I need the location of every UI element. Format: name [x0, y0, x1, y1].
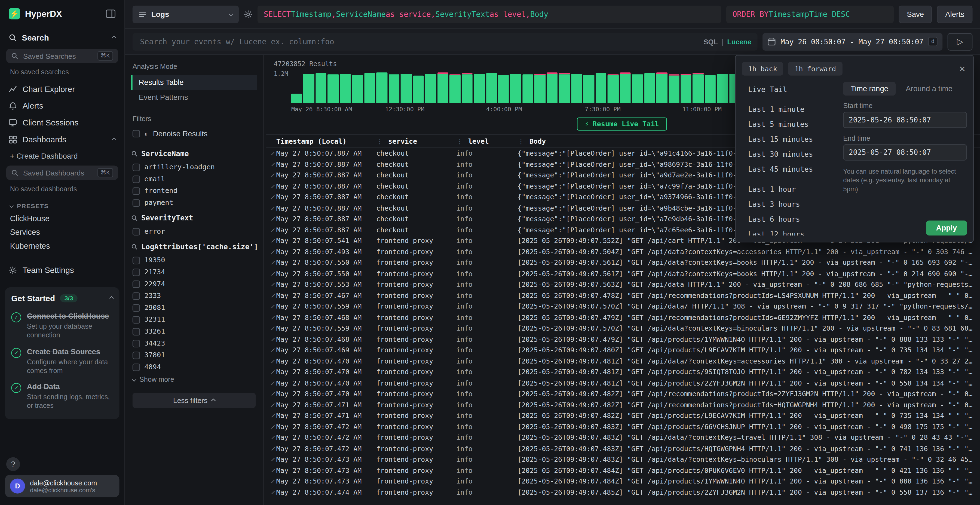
- table-row[interactable]: May 27 8:50:07.550 AM frontend-proxy inf…: [266, 268, 980, 279]
- table-row[interactable]: May 27 8:50:07.471 AM frontend-proxy inf…: [266, 399, 980, 410]
- alerts-button[interactable]: Alerts: [937, 5, 972, 23]
- table-row[interactable]: May 27 8:50:07.468 AM frontend-proxy inf…: [266, 312, 980, 323]
- get-started-item[interactable]: ✓ Create Data Sources Configure where yo…: [11, 343, 113, 379]
- row-expand-icon[interactable]: [266, 458, 276, 461]
- row-expand-icon[interactable]: [266, 480, 276, 483]
- facet-checkbox[interactable]: [132, 228, 140, 235]
- facet-value-row[interactable]: 29081: [131, 302, 257, 314]
- row-expand-icon[interactable]: [266, 491, 276, 494]
- time-range-option[interactable]: Live Tail: [742, 82, 834, 97]
- facet-checkbox[interactable]: [132, 351, 140, 359]
- row-expand-icon[interactable]: [266, 327, 276, 330]
- facet-value-row[interactable]: 19350: [131, 254, 257, 266]
- row-expand-icon[interactable]: [266, 152, 276, 155]
- row-expand-icon[interactable]: [266, 349, 276, 352]
- row-expand-icon[interactable]: [266, 240, 276, 243]
- table-row[interactable]: May 27 8:50:07.472 AM frontend-proxy inf…: [266, 421, 980, 432]
- analysis-mode-option[interactable]: Event Patterns: [131, 90, 257, 105]
- presets-toggle[interactable]: PRESETS: [0, 197, 124, 212]
- language-toggle-sql[interactable]: SQL: [704, 38, 718, 45]
- less-filters-button[interactable]: Less filters: [132, 393, 256, 408]
- shift-back-button[interactable]: 1h back: [742, 62, 783, 76]
- table-row[interactable]: May 27 8:50:07.470 AM frontend-proxy inf…: [266, 378, 980, 389]
- row-expand-icon[interactable]: [266, 283, 276, 286]
- sidebar-collapse-icon[interactable]: [106, 9, 116, 18]
- table-row[interactable]: May 27 8:50:07.469 AM frontend-proxy inf…: [266, 345, 980, 356]
- save-button[interactable]: Save: [899, 5, 932, 23]
- table-row[interactable]: May 27 8:50:07.472 AM frontend-proxy inf…: [266, 432, 980, 443]
- table-row[interactable]: May 27 8:50:07.473 AM frontend-proxy inf…: [266, 476, 980, 487]
- row-expand-icon[interactable]: [266, 360, 276, 363]
- nav-search[interactable]: Search: [0, 27, 124, 48]
- event-search[interactable]: SQL | Lucene: [132, 33, 757, 50]
- row-expand-icon[interactable]: [266, 206, 276, 210]
- row-expand-icon[interactable]: [266, 163, 276, 166]
- row-expand-icon[interactable]: [266, 316, 276, 319]
- row-expand-icon[interactable]: [266, 261, 276, 264]
- row-expand-icon[interactable]: [266, 469, 276, 472]
- saved-searches-input[interactable]: [22, 51, 94, 60]
- table-row[interactable]: May 27 8:50:07.559 AM frontend-proxy inf…: [266, 323, 980, 334]
- show-more-button[interactable]: Show more: [131, 373, 257, 386]
- table-row[interactable]: May 27 8:50:07.470 AM frontend-proxy inf…: [266, 367, 980, 378]
- row-expand-icon[interactable]: [266, 371, 276, 373]
- analysis-mode-option[interactable]: Results Table: [131, 75, 257, 90]
- row-expand-icon[interactable]: [266, 272, 276, 275]
- time-range-option[interactable]: Last 30 minutes: [742, 147, 834, 162]
- sidebar-preset-link[interactable]: Kubernetes: [0, 239, 124, 253]
- start-time-input[interactable]: [843, 112, 967, 128]
- row-expand-icon[interactable]: [266, 305, 276, 308]
- row-expand-icon[interactable]: [266, 185, 276, 188]
- row-expand-icon[interactable]: [266, 174, 276, 177]
- row-expand-icon[interactable]: [266, 338, 276, 341]
- facet-checkbox[interactable]: [132, 292, 140, 300]
- row-expand-icon[interactable]: [266, 195, 276, 199]
- facet-checkbox[interactable]: [132, 175, 140, 183]
- time-range-option[interactable]: Last 6 hours: [742, 212, 834, 227]
- row-expand-icon[interactable]: [266, 403, 276, 407]
- row-expand-icon[interactable]: [266, 294, 276, 297]
- facet-value-row[interactable]: 2333: [131, 290, 257, 302]
- facet-checkbox[interactable]: [132, 256, 140, 264]
- facet-value-row[interactable]: payment: [131, 197, 257, 209]
- time-range-option[interactable]: Last 45 minutes: [742, 162, 834, 177]
- facet-checkbox[interactable]: [132, 268, 140, 276]
- facet-value-row[interactable]: 33261: [131, 326, 257, 337]
- row-expand-icon[interactable]: [266, 425, 276, 428]
- facet-checkbox[interactable]: [132, 187, 140, 195]
- tab-time-range[interactable]: Time range: [843, 82, 896, 96]
- sidebar-item-dashboards[interactable]: Dashboards: [0, 131, 124, 148]
- row-expand-icon[interactable]: [266, 414, 276, 418]
- table-row[interactable]: May 27 8:50:07.559 AM frontend-proxy inf…: [266, 301, 980, 312]
- sidebar-item-chart-explorer[interactable]: Chart Explorer: [0, 81, 124, 97]
- time-range-input[interactable]: May 26 08:50:07 - May 27 08:50:07 d: [762, 33, 942, 50]
- row-expand-icon[interactable]: [266, 218, 276, 221]
- time-range-option[interactable]: Last 15 minutes: [742, 132, 834, 147]
- row-expand-icon[interactable]: [266, 447, 276, 450]
- time-range-option[interactable]: Last 1 hour: [742, 182, 834, 197]
- table-row[interactable]: May 27 8:50:07.473 AM frontend-proxy inf…: [266, 454, 980, 465]
- table-row[interactable]: May 27 8:50:07.473 AM frontend-proxy inf…: [266, 465, 980, 476]
- order-by-editor[interactable]: ORDER BY TimestampTime DESC: [726, 5, 894, 23]
- facet-value-row[interactable]: frontend: [131, 185, 257, 197]
- facet-value-row[interactable]: error: [131, 226, 257, 238]
- close-icon[interactable]: ✕: [958, 64, 967, 73]
- select-clause-editor[interactable]: SELECT Timestamp, ServiceName as service…: [258, 5, 721, 23]
- row-expand-icon[interactable]: [266, 229, 276, 232]
- facet-checkbox[interactable]: [132, 340, 140, 347]
- facet-checkbox[interactable]: [132, 163, 140, 171]
- sidebar-item-alerts[interactable]: Alerts: [0, 97, 124, 114]
- facet-checkbox[interactable]: [132, 327, 140, 335]
- table-row[interactable]: May 27 8:50:07.472 AM frontend-proxy inf…: [266, 443, 980, 454]
- denoise-results-toggle[interactable]: ◐ Denoise Results: [131, 127, 257, 144]
- time-range-option[interactable]: Last 12 hours: [742, 227, 834, 235]
- resume-live-tail-button[interactable]: ⚡ Resume Live Tail: [577, 118, 667, 130]
- saved-dashboards-search[interactable]: ⌘K: [6, 165, 118, 180]
- facet-value-row[interactable]: 22974: [131, 278, 257, 290]
- table-row[interactable]: May 27 8:50:07.467 AM frontend-proxy inf…: [266, 290, 980, 301]
- sidebar-item-team-settings[interactable]: Team Settings: [0, 262, 124, 279]
- table-row[interactable]: May 27 8:50:07.553 AM frontend-proxy inf…: [266, 279, 980, 290]
- table-row[interactable]: May 27 8:50:07.468 AM frontend-proxy inf…: [266, 334, 980, 345]
- tab-around-a-time[interactable]: Around a time: [898, 82, 960, 96]
- run-query-button[interactable]: ▷: [948, 33, 973, 50]
